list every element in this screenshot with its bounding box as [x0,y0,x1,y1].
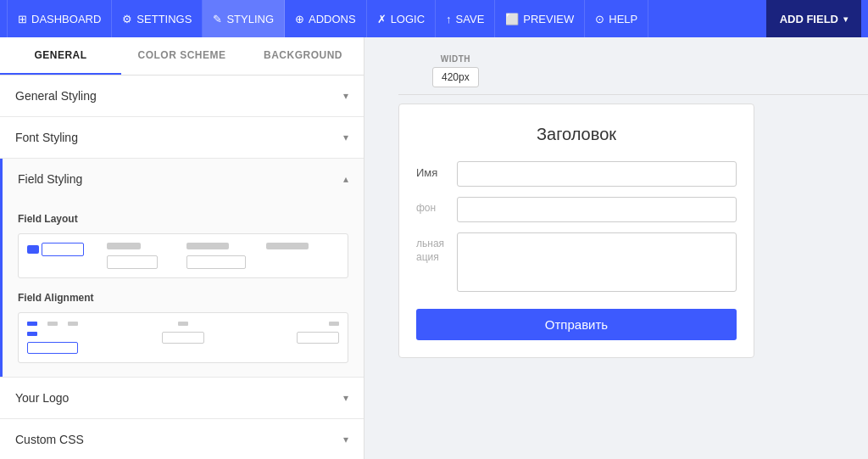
field-layout-label: Field Layout [18,213,348,225]
layout-option-1[interactable] [27,243,100,269]
nav-save-label: SAVE [456,13,485,25]
form-row-phone: фон [416,197,737,222]
tab-bar: GENERAL COLOR SCHEME BACKGROUND [0,37,364,76]
left-panel: GENERAL COLOR SCHEME BACKGROUND General … [0,37,364,459]
nav-logic[interactable]: ✗ LOGIC [367,0,436,37]
form-title: Заголовок [416,125,737,144]
chevron-down-icon: ▾ [343,392,348,404]
accordion-header-field-styling[interactable]: Field Styling ▴ [0,159,364,199]
form-submit-button[interactable]: Отправить [416,309,737,340]
addons-icon: ⊕ [295,13,304,25]
field-alignment-label: Field Alignment [18,292,348,304]
form-input-name[interactable] [457,161,737,187]
nav-logic-label: LOGIC [391,13,425,25]
align-option-left[interactable] [27,322,126,354]
chevron-down-icon: ▾ [343,90,348,102]
align-option-center[interactable] [133,322,232,354]
width-container: WIDTH 420px [432,54,479,87]
form-input-phone[interactable] [457,197,737,222]
accordion-field-styling: Field Styling ▴ Field Layout [0,159,364,378]
chevron-down-icon: ▾ [843,14,848,24]
preview-icon: ⬜ [505,13,519,25]
form-label-desc: льнаяация [416,232,450,264]
chevron-up-icon: ▴ [343,173,348,185]
add-field-label: ADD FIELD [780,13,838,25]
settings-icon: ⚙ [122,13,132,25]
nav-styling[interactable]: ✎ STYLING [203,0,285,37]
form-preview: Заголовок Имя фон льнаяация Отправить [398,104,754,358]
help-icon: ⊙ [595,13,604,25]
form-row-name: Имя [416,161,737,187]
nav-addons-label: ADDONS [309,13,356,25]
accordion-general-styling: General Styling ▾ [0,76,364,117]
width-label: WIDTH [432,54,479,64]
accordion-header-your-logo[interactable]: Your Logo ▾ [0,378,364,418]
width-value: 420px [432,67,479,87]
field-layout-options [18,233,348,278]
accordion-header-custom-css[interactable]: Custom CSS ▾ [0,419,364,459]
layout-option-2[interactable] [107,243,180,269]
nav-dashboard[interactable]: ⊞ DASHBOARD [7,0,112,37]
form-textarea-desc[interactable] [457,232,737,292]
add-field-button[interactable]: ADD FIELD ▾ [766,0,861,37]
accordion-custom-css: Custom CSS ▾ [0,419,364,459]
form-submit-label: Отправить [545,317,608,332]
right-content: WIDTH 420px Заголовок Имя фон льнаяация [364,37,868,459]
main-layout: GENERAL COLOR SCHEME BACKGROUND General … [0,37,868,459]
accordion-header-general-styling[interactable]: General Styling ▾ [0,76,364,116]
layout-option-4[interactable] [266,243,339,269]
nav-preview-label: PREVIEW [523,13,574,25]
form-row-desc: льнаяация [416,232,737,292]
layout-option-3[interactable] [186,243,259,269]
save-icon: ↑ [446,13,452,25]
nav-preview[interactable]: ⬜ PREVIEW [495,0,585,37]
nav-styling-label: STYLING [226,13,274,25]
accordion-content-field-styling: Field Layout [0,199,364,377]
nav-settings[interactable]: ⚙ SETTINGS [112,0,203,37]
field-alignment-section: Field Alignment [18,292,348,363]
nav-settings-label: SETTINGS [136,13,192,25]
tab-color-scheme[interactable]: COLOR SCHEME [121,37,242,75]
nav-help[interactable]: ⊙ HELP [585,0,648,37]
accordion-your-logo: Your Logo ▾ [0,378,364,419]
form-label-name: Имя [416,161,450,179]
preview-top-line [398,94,868,95]
tab-general[interactable]: GENERAL [0,37,121,75]
chevron-down-icon: ▾ [343,434,348,445]
field-alignment-options [18,312,348,363]
top-navigation: ⊞ DASHBOARD ⚙ SETTINGS ✎ STYLING ⊕ ADDON… [0,0,868,37]
accordion-font-styling: Font Styling ▾ [0,117,364,159]
nav-save[interactable]: ↑ SAVE [436,0,495,37]
accordion-header-font-styling[interactable]: Font Styling ▾ [0,117,364,158]
align-option-right[interactable] [240,322,339,354]
dashboard-icon: ⊞ [18,13,27,25]
nav-addons[interactable]: ⊕ ADDONS [285,0,367,37]
logic-icon: ✗ [377,13,387,25]
styling-icon: ✎ [213,13,222,25]
nav-dashboard-label: DASHBOARD [31,13,101,25]
nav-help-label: HELP [609,13,637,25]
chevron-down-icon: ▾ [343,132,348,143]
tab-background[interactable]: BACKGROUND [242,37,364,75]
form-label-phone: фон [416,197,450,214]
